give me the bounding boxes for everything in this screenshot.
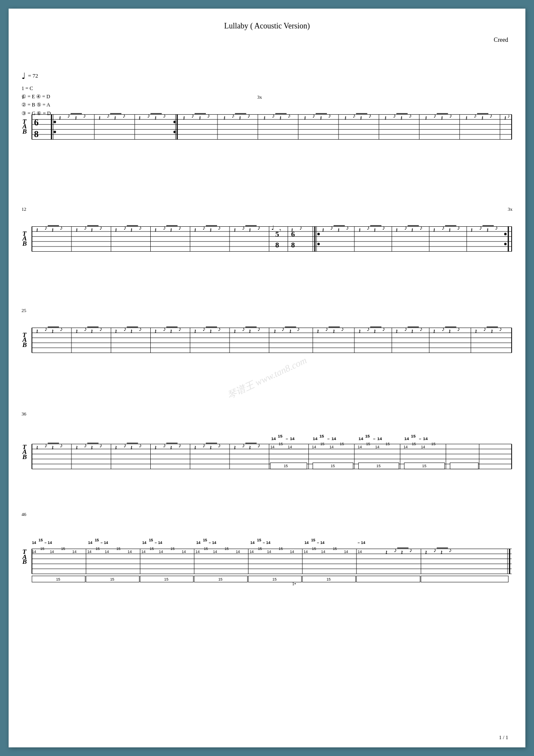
svg-rect-449 <box>421 576 508 582</box>
svg-text:♪: ♪ <box>449 112 452 119</box>
svg-point-21 <box>174 121 176 123</box>
svg-text:14: 14 <box>304 550 308 554</box>
svg-text:15: 15 <box>331 464 335 468</box>
svg-text:♪: ♪ <box>258 225 261 231</box>
svg-point-113 <box>317 233 320 235</box>
measure-number-1: 1 <box>22 94 24 100</box>
sheet-page: Lullaby ( Acoustic Version) Creed ♩ = 72… <box>9 9 525 747</box>
measure-number-25: 25 <box>22 308 26 313</box>
svg-text:♪: ♪ <box>420 225 423 231</box>
svg-text:15: 15 <box>273 577 277 581</box>
system-2-svg: T A B 5 8 6 8 <box>22 213 512 252</box>
svg-text:B: B <box>22 341 27 348</box>
svg-text:14: 14 <box>141 550 146 554</box>
svg-text:14: 14 <box>290 550 294 554</box>
svg-text:♪: ♪ <box>297 326 300 332</box>
svg-text:♪: ♪ <box>60 225 63 231</box>
svg-text:15: 15 <box>385 442 390 446</box>
svg-text:♪: ♪ <box>202 225 205 231</box>
svg-text:♪: ♪ <box>218 326 221 332</box>
svg-text:15: 15 <box>432 442 436 446</box>
svg-text:14: 14 <box>312 445 316 449</box>
svg-text:–: – <box>209 540 211 545</box>
svg-text:♪: ♪ <box>499 326 502 332</box>
svg-text:–: – <box>419 436 422 441</box>
svg-text:♪: ♪ <box>457 225 460 231</box>
svg-text:14: 14 <box>32 550 36 554</box>
svg-point-120 <box>504 233 507 235</box>
svg-point-121 <box>504 243 507 245</box>
system-2: 12 3x T A B 5 8 <box>22 213 512 252</box>
svg-text:15: 15 <box>279 442 283 446</box>
svg-text:♪: ♪ <box>178 225 181 231</box>
svg-text:14: 14 <box>320 540 325 545</box>
svg-text:14: 14 <box>127 550 132 554</box>
composer-label: Creed <box>494 37 508 44</box>
svg-text:15: 15 <box>39 538 43 542</box>
svg-text:♪: ♪ <box>442 225 445 231</box>
svg-text:15: 15 <box>284 464 288 468</box>
svg-text:♪: ♪ <box>232 112 235 119</box>
svg-text:♪: ♪ <box>242 225 245 231</box>
svg-text:♪: ♪ <box>139 442 142 449</box>
svg-text:♪: ♪ <box>330 225 333 231</box>
svg-text:♪: ♪ <box>99 326 102 332</box>
svg-text:8: 8 <box>275 241 279 249</box>
svg-text:6: 6 <box>291 230 295 238</box>
svg-text:15: 15 <box>366 442 370 446</box>
svg-text:14: 14 <box>212 540 216 545</box>
svg-text:14: 14 <box>313 436 317 441</box>
svg-text:♪: ♪ <box>191 112 194 119</box>
svg-text:♪: ♪ <box>163 112 166 119</box>
svg-text:♪: ♪ <box>367 326 370 332</box>
svg-text:♪: ♪ <box>433 547 436 553</box>
system-1-svg: T A B 6 8 <box>22 101 512 140</box>
svg-text:14: 14 <box>304 540 309 545</box>
svg-rect-448 <box>357 576 420 582</box>
svg-point-16 <box>53 131 56 133</box>
svg-text:B: B <box>22 128 27 135</box>
svg-text:15: 15 <box>110 577 115 581</box>
page-title: Lullaby ( Acoustic Version) <box>9 22 525 31</box>
svg-text:♪: ♪ <box>299 225 302 231</box>
svg-text:♪: ♪ <box>457 326 460 332</box>
svg-text:♪: ♪ <box>404 326 407 332</box>
tempo-value: = 72 <box>28 72 38 81</box>
measure-number-12: 12 <box>22 206 26 212</box>
svg-text:♪: ♪ <box>282 326 285 332</box>
svg-text:15: 15 <box>164 577 168 581</box>
svg-text:♪: ♪ <box>124 225 127 231</box>
svg-text:5: 5 <box>275 230 279 238</box>
tempo-marking: ♩ = 72 <box>22 69 51 83</box>
svg-point-15 <box>53 121 56 123</box>
svg-text:15: 15 <box>203 538 207 542</box>
svg-text:14: 14 <box>32 540 36 545</box>
svg-text:15: 15 <box>149 538 153 542</box>
svg-text:15: 15 <box>150 547 154 551</box>
svg-text:♪: ♪ <box>242 442 245 449</box>
svg-text:♪: ♪ <box>353 112 356 119</box>
svg-text:♪: ♪ <box>312 112 315 119</box>
svg-text:14: 14 <box>332 436 336 441</box>
svg-text:♪: ♪ <box>139 326 142 332</box>
svg-text:15: 15 <box>218 577 223 581</box>
svg-text:B: B <box>22 453 27 460</box>
page-number: 1 / 1 <box>499 734 508 741</box>
svg-text:♪: ♪ <box>442 326 445 332</box>
svg-rect-351 <box>450 463 478 469</box>
svg-text:–: – <box>44 540 47 545</box>
svg-text:♪: ♪ <box>83 112 86 119</box>
svg-text:14: 14 <box>358 445 362 449</box>
svg-text:♪: ♪ <box>242 326 245 332</box>
svg-text:♪: ♪ <box>99 442 102 449</box>
svg-text:♪: ♪ <box>409 112 412 119</box>
svg-text:♪: ♪ <box>325 326 328 332</box>
svg-text:♪: ♪ <box>207 112 210 119</box>
svg-text:–: – <box>101 540 103 545</box>
quarter-note-icon: ♩ <box>22 69 25 83</box>
svg-text:14: 14 <box>404 445 408 449</box>
svg-text:B: B <box>22 240 27 247</box>
svg-text:14: 14 <box>271 436 276 441</box>
svg-text:♪: ♪ <box>60 326 63 332</box>
svg-text:14: 14 <box>196 550 200 554</box>
